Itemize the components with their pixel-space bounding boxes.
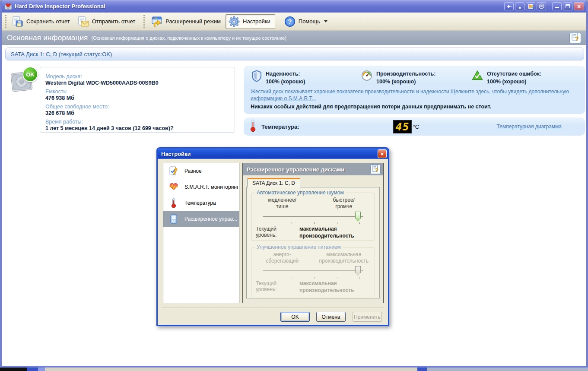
page-subtitle: (Основная информация о дисках, подключен…: [92, 35, 569, 41]
tab-page: Автоматическое управление шумом медленне…: [246, 187, 380, 298]
nav-item-smart[interactable]: S.M.A.R.T. мониторинг: [163, 179, 239, 195]
dialog-separator: [162, 308, 384, 308]
reliability-indicator: Надежность:100% (хорошо): [251, 70, 305, 86]
error-free-icon: [472, 70, 483, 86]
save-report-button[interactable]: Сохранить отчет: [9, 14, 75, 29]
disk-status-bar[interactable]: SATA Диск 1: C, D (текущий статус:OK): [5, 48, 584, 60]
send-report-label: Отправить отчет: [92, 18, 136, 25]
settings-panel-header: Расширенное управление дисками ?: [243, 163, 383, 175]
noise-slider[interactable]: [263, 212, 363, 222]
nav-item-disk-management[interactable]: Расширенное управ...: [163, 211, 239, 227]
advice-text: Никаких особых действий для предотвращен…: [251, 104, 491, 110]
svg-text:?: ?: [288, 18, 292, 25]
app-icon: [4, 2, 13, 11]
disk-field-label: Модель диска:: [45, 73, 229, 79]
reliability-label: Надежность:: [266, 70, 305, 78]
disk-field-value: 326 678 Мб: [45, 110, 229, 116]
noise-management-group: Автоматическое управление шумом медленне…: [251, 193, 375, 241]
performance-label: Производительность:: [376, 70, 435, 78]
advanced-mode-button[interactable]: Расширенный режим: [148, 14, 226, 29]
settings-button[interactable]: Настройки: [226, 14, 275, 29]
save-report-label: Сохранить отчет: [26, 18, 70, 25]
toolbar-separator: [143, 15, 145, 28]
svg-text:?: ?: [575, 35, 578, 41]
disk-field-label: Общее свободное место:: [45, 104, 229, 110]
panel-help-button[interactable]: ?: [370, 165, 381, 174]
noise-level-value: максимальная производительность: [299, 226, 370, 239]
dialog-close-icon[interactable]: ×: [378, 149, 387, 158]
nav-item-temperature[interactable]: Температура: [163, 195, 239, 211]
close-icon[interactable]: ×: [574, 2, 584, 10]
nav-item-label: S.M.A.R.T. мониторинг: [184, 184, 238, 190]
reliability-value: 100% (хорошо): [266, 78, 305, 86]
send-report-icon: [78, 16, 89, 27]
settings-dialog: Настройки × Разное: [156, 147, 389, 326]
nav-item-label: Разное: [184, 168, 202, 174]
error-free-label: Отсутствие ошибок:: [487, 70, 541, 78]
disk-field-label: Время работы:: [45, 119, 229, 125]
health-panel: Надежность:100% (хорошо) Производительно…: [244, 66, 585, 114]
skin-icon[interactable]: [526, 2, 535, 10]
help-button[interactable]: ? Помощь: [281, 14, 332, 29]
noise-slider-thumb[interactable]: [355, 212, 361, 222]
noise-level-label: Текущий уровень:: [256, 226, 297, 239]
disk-field-value: 1 лет 5 месяцев 14 дней 3 часов (12 699 …: [45, 125, 229, 131]
dialog-body: Разное S.M.A.R.T. мониторинг: [158, 159, 388, 325]
advanced-mode-icon: [151, 16, 162, 27]
dialog-title: Настройки: [161, 151, 378, 157]
settings-panel: Расширенное управление дисками ? SATA Ди…: [242, 163, 384, 303]
window-title: Hard Drive Inspector Professional: [15, 3, 503, 10]
panel-help-icon: ?: [372, 165, 379, 174]
tab-sata-disk-1[interactable]: SATA Диск 1: C, D: [247, 178, 300, 187]
page-help-button[interactable]: ?: [569, 33, 581, 43]
power-level-label: Текущий уровень:: [256, 280, 297, 294]
dialog-titlebar[interactable]: Настройки ×: [158, 149, 388, 159]
ok-button[interactable]: OK: [280, 312, 310, 322]
disk-info-card: Модель диска: Western Digital WDC-WD5000…: [40, 67, 235, 133]
error-free-indicator: Отсутствие ошибок:100% (хорошо): [472, 70, 541, 86]
nav-item-label: Расширенное управ...: [184, 216, 237, 222]
disk-management-icon: [168, 214, 179, 224]
noise-slider-track: [263, 216, 363, 217]
settings-gear-icon: [229, 16, 240, 27]
power-management-group: Улучшенное управление питанием энерго-сб…: [251, 247, 375, 297]
pin-icon[interactable]: [504, 2, 514, 10]
minimize-to-tray-icon[interactable]: [515, 2, 524, 10]
power-slider: [263, 266, 363, 276]
noise-right-label: быстрее/громче: [313, 197, 375, 210]
smart-info-link[interactable]: Жесткий диск показывает хорошие показате…: [251, 88, 581, 102]
noise-left-label: медленнее/тише: [251, 197, 313, 210]
power-slider-track: [263, 270, 363, 271]
content-area: SATA Диск 1: C, D (текущий статус:OK) OK…: [2, 45, 586, 367]
temperature-unit: °C: [413, 124, 420, 130]
performance-value: 100% (хорошо): [376, 78, 435, 86]
minimize-icon[interactable]: [552, 2, 562, 10]
page-title: Основная информация: [7, 34, 88, 42]
toolbar-drag-handle[interactable]: [5, 15, 6, 28]
save-report-icon: [12, 16, 23, 27]
settings-label: Настройки: [243, 18, 270, 25]
performance-indicator: Производительность:100% (хорошо): [361, 70, 435, 86]
help-label: Помощь: [299, 18, 320, 25]
power-left-label: энерго-сберегающий: [251, 251, 313, 264]
rollup-icon[interactable]: [537, 2, 546, 10]
svg-text:?: ?: [375, 167, 378, 173]
main-window: Hard Drive Inspector Professional × Сохр…: [0, 0, 588, 368]
nav-item-misc[interactable]: Разное: [163, 163, 239, 179]
nav-item-label: Температура: [184, 200, 216, 206]
temperature-chart-link[interactable]: Температурная диаграмма: [497, 124, 562, 130]
temperature-panel: Температура: 45 °C Температурная диаграм…: [244, 117, 585, 136]
disk-field-label: Емкость:: [45, 89, 229, 95]
gauge-icon: [361, 70, 372, 86]
maximize-icon[interactable]: [563, 2, 572, 10]
help-dropdown-arrow-icon: [324, 20, 327, 22]
temperature-lcd: 45: [393, 120, 411, 133]
cancel-button[interactable]: Отмена: [316, 312, 346, 322]
disk-status-bar-label: SATA Диск 1: C, D (текущий статус:OK): [11, 51, 112, 57]
advanced-mode-label: Расширенный режим: [165, 18, 221, 25]
send-report-button[interactable]: Отправить отчет: [75, 14, 140, 29]
titlebar[interactable]: Hard Drive Inspector Professional ×: [2, 0, 586, 13]
desktop-screen: Hard Drive Inspector Professional × Сохр…: [0, 0, 588, 371]
disk-field-value: 476 938 Мб: [45, 95, 229, 101]
noise-group-title: Автоматическое управление шумом: [255, 190, 346, 196]
